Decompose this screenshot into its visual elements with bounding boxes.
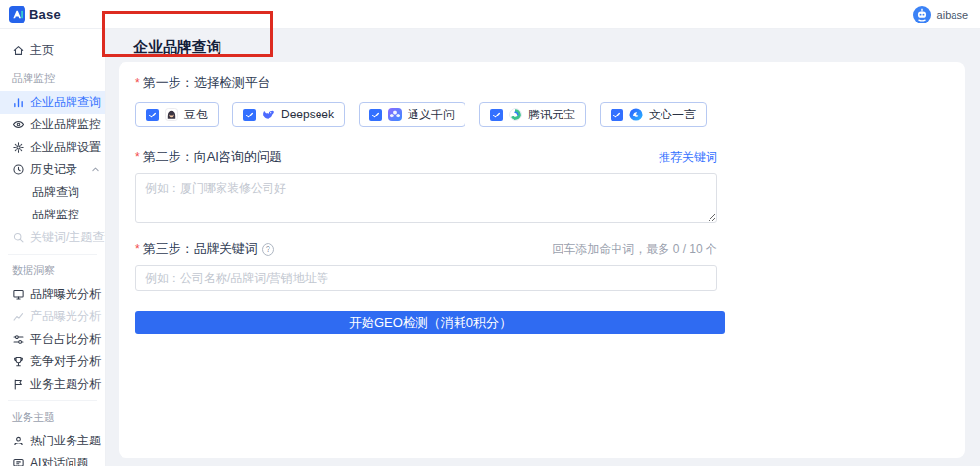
yuanbao-icon	[509, 108, 522, 121]
tongyi-icon	[388, 108, 402, 121]
wenxin-icon	[629, 108, 643, 121]
sidebar-item-label: 企业品牌监控	[30, 116, 101, 133]
gear-icon	[12, 141, 24, 154]
sidebar-subitem-history-query[interactable]: 品牌查询	[0, 181, 105, 204]
sidebar-item-label: 关键词/主题查询	[30, 229, 106, 246]
flag-icon	[12, 378, 24, 391]
sidebar-section-insight: 数据洞察	[0, 255, 105, 283]
step3-row: * 第三步：品牌关键词 ? 回车添加命中词，最多 0 / 10 个	[135, 240, 717, 257]
sliders-icon	[12, 333, 24, 346]
sidebar-item-label: 品牌监控	[32, 207, 79, 223]
main-area: 企业品牌查询 检测您的品牌在AI搜索引擎中的排名表现 * 第一步：选择检测平台	[107, 29, 980, 466]
sidebar-item-label: 历史记录	[30, 162, 77, 178]
sidebar-item-label: 业务主题分析	[30, 376, 101, 393]
doubao-icon	[165, 108, 178, 121]
platform-label: 通义千问	[408, 107, 455, 123]
required-asterisk: *	[135, 242, 140, 256]
help-icon[interactable]: ?	[262, 243, 274, 256]
sidebar-section-brand-monitor: 品牌监控	[0, 63, 105, 91]
line-chart-icon	[12, 310, 24, 323]
sidebar-item-topic-analysis[interactable]: 业务主题分析	[0, 373, 105, 396]
clock-icon	[12, 163, 24, 176]
sidebar-item-brand-monitor[interactable]: 企业品牌监控	[0, 114, 105, 136]
sidebar-item-label: 竞争对手分析	[30, 353, 101, 370]
checkbox-checked[interactable]	[369, 109, 382, 121]
bar-chart-icon	[12, 96, 24, 109]
user-name: aibase	[937, 9, 968, 21]
sidebar-item-brand-exposure[interactable]: 品牌曝光分析	[0, 283, 105, 305]
query-form-card: * 第一步：选择检测平台 豆包	[119, 62, 965, 458]
sidebar-section-topic: 业务主题	[0, 401, 105, 430]
search-icon	[12, 231, 24, 244]
platform-label: Deepseek	[281, 108, 334, 121]
checkbox-checked[interactable]	[146, 109, 159, 121]
brand-keyword-input[interactable]	[135, 265, 717, 291]
sidebar-item-competitor[interactable]: 竞争对手分析	[0, 350, 105, 373]
sidebar-item-hot-topics[interactable]: 热门业务主题	[0, 430, 105, 452]
start-geo-check-button[interactable]: 开始GEO检测（消耗0积分）	[135, 311, 725, 334]
chevron-up-icon	[91, 165, 100, 174]
sidebar-item-label: 品牌曝光分析	[30, 286, 101, 303]
sidebar-item-label: 企业品牌查询	[30, 94, 101, 111]
sidebar-item-label: AI对话问题	[30, 455, 88, 466]
sidebar-subitem-history-monitor[interactable]: 品牌监控	[0, 204, 105, 226]
sidebar-item-label: 平台占比分析	[30, 331, 101, 348]
platform-option-wenxin[interactable]: 文心一言	[600, 102, 707, 127]
sidebar: 主页 品牌监控 企业品牌查询 企业品牌监控 历史记录 企业品牌设置 历史记录	[0, 29, 106, 466]
trophy-icon	[12, 355, 24, 368]
monitor-icon	[12, 288, 24, 301]
platform-checkbox-group: 豆包 Deepseek	[135, 102, 717, 127]
sidebar-item-platform-share[interactable]: 平台占比分析	[0, 328, 105, 350]
platform-label: 豆包	[184, 107, 208, 123]
step1-label: * 第一步：选择检测平台	[135, 74, 270, 92]
platform-label: 文心一言	[649, 107, 696, 123]
sidebar-item-label: 企业品牌设置	[30, 139, 101, 156]
sidebar-item-label: 产品曝光分析	[30, 308, 101, 325]
platform-option-tongyi[interactable]: 通义千问	[359, 102, 466, 127]
home-icon	[12, 44, 24, 57]
top-header: Base aibase	[0, 0, 980, 29]
user-avatar	[913, 6, 931, 23]
eye-icon	[12, 118, 24, 131]
sidebar-item-label: 热门业务主题	[30, 433, 101, 449]
deepseek-icon	[262, 108, 275, 121]
logo-text: Base	[29, 7, 61, 22]
person-icon	[12, 435, 24, 447]
sidebar-item-brand-query[interactable]: 企业品牌查询	[0, 91, 105, 114]
recommend-keywords-link[interactable]: 推荐关键词	[659, 149, 717, 165]
required-asterisk: *	[135, 150, 140, 163]
sidebar-item-history[interactable]: 历史记录	[0, 159, 105, 181]
app-logo[interactable]: Base	[9, 6, 61, 23]
sidebar-item-label: 品牌查询	[32, 184, 79, 201]
sidebar-item-home[interactable]: 主页	[0, 38, 105, 63]
sidebar-item-brand-settings[interactable]: 历史记录 企业品牌设置	[0, 136, 105, 159]
sidebar-item-label: 主页	[30, 42, 54, 59]
checkbox-checked[interactable]	[243, 109, 256, 121]
platform-option-deepseek[interactable]: Deepseek	[232, 102, 345, 127]
platform-label: 腾讯元宝	[528, 107, 575, 123]
chat-icon	[12, 457, 24, 466]
platform-option-doubao[interactable]: 豆包	[135, 102, 219, 127]
page-title: 企业品牌查询	[133, 38, 980, 57]
required-asterisk: *	[135, 76, 140, 90]
logo-icon	[9, 6, 25, 23]
sidebar-item-product-exposure[interactable]: 产品曝光分析	[0, 305, 105, 328]
step2-row: * 第二步：向AI咨询的问题 推荐关键词	[135, 148, 717, 165]
user-menu[interactable]: aibase	[913, 6, 968, 23]
platform-option-yuanbao[interactable]: 腾讯元宝	[479, 102, 586, 127]
step3-label: * 第三步：品牌关键词 ?	[135, 240, 274, 257]
checkbox-checked[interactable]	[611, 109, 623, 121]
step2-label: * 第二步：向AI咨询的问题	[135, 148, 282, 165]
question-textarea[interactable]	[135, 173, 717, 223]
sidebar-item-keyword-search[interactable]: 关键词/主题查询	[0, 226, 105, 249]
step1-row: * 第一步：选择检测平台	[135, 74, 717, 92]
checkbox-checked[interactable]	[490, 109, 503, 121]
sidebar-item-ai-questions[interactable]: AI对话问题	[0, 452, 105, 466]
keyword-hint: 回车添加命中词，最多 0 / 10 个	[552, 241, 717, 257]
